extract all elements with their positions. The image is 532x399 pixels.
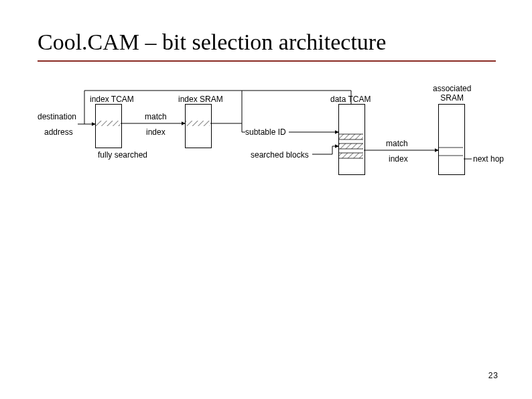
svg-rect-7 [339, 144, 363, 149]
svg-rect-6 [339, 134, 363, 139]
title-underline [38, 60, 496, 62]
svg-rect-4 [186, 121, 210, 126]
svg-rect-8 [339, 153, 363, 158]
architecture-diagram: destination address index TCAM index SRA… [44, 80, 513, 215]
page-title: Cool.CAM – bit selection architecture [38, 30, 386, 55]
diagram-svg [44, 80, 513, 215]
slide: Cool.CAM – bit selection architecture de… [0, 0, 532, 399]
svg-rect-2 [96, 121, 120, 126]
page-number: 23 [488, 371, 498, 380]
